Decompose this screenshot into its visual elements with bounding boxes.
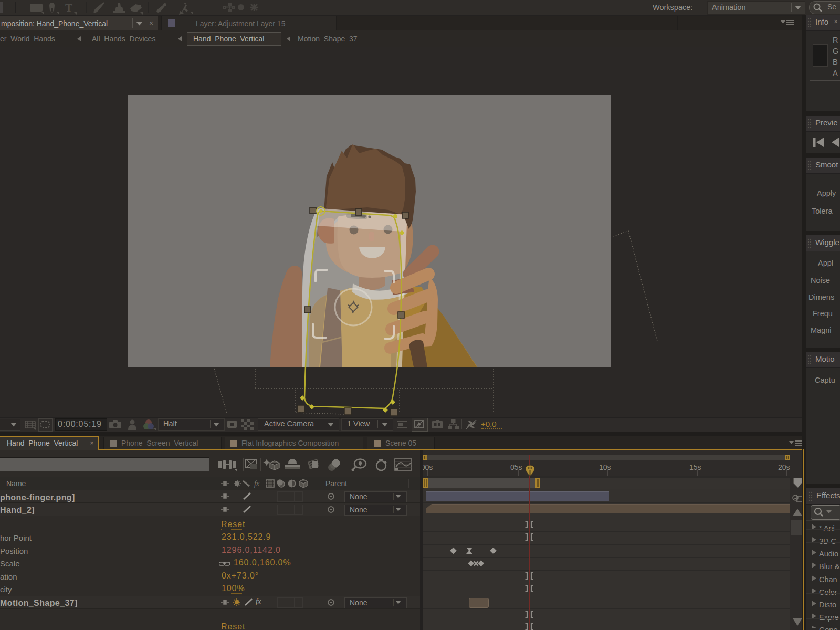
svg-text:T: T bbox=[65, 2, 72, 14]
svg-text:fx: fx bbox=[254, 480, 260, 488]
